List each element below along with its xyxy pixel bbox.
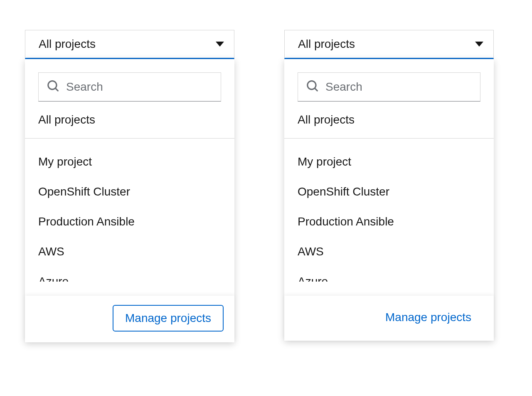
caret-down-icon xyxy=(475,42,483,47)
search-container xyxy=(284,59,494,101)
search-input[interactable] xyxy=(66,80,212,94)
search-container xyxy=(25,59,234,101)
option-all-projects[interactable]: All projects xyxy=(25,101,234,138)
option-item[interactable]: Production Ansible xyxy=(25,207,234,237)
context-toggle[interactable]: All projects xyxy=(284,30,494,59)
option-item-partial[interactable]: Azure xyxy=(284,267,494,282)
search-icon xyxy=(47,80,59,94)
search-icon xyxy=(306,80,318,94)
option-all-projects[interactable]: All projects xyxy=(284,101,494,138)
context-selector-left: All projects All projects My project Ope… xyxy=(25,30,234,342)
option-item[interactable]: AWS xyxy=(25,237,234,267)
option-item[interactable]: Production Ansible xyxy=(284,207,494,237)
context-menu: All projects My project OpenShift Cluste… xyxy=(25,59,234,342)
search-box[interactable] xyxy=(298,72,480,101)
option-item[interactable]: OpenShift Cluster xyxy=(25,177,234,207)
context-toggle-label: All projects xyxy=(298,37,355,51)
search-box[interactable] xyxy=(38,72,221,101)
manage-projects-link[interactable]: Manage projects xyxy=(374,305,483,330)
caret-down-icon xyxy=(216,42,224,47)
context-toggle-label: All projects xyxy=(39,37,96,51)
option-item-partial[interactable]: Azure xyxy=(25,267,234,282)
context-toggle[interactable]: All projects xyxy=(25,30,234,59)
options-list: My project OpenShift Cluster Production … xyxy=(25,139,234,296)
context-selector-right: All projects All projects My project Ope… xyxy=(284,30,494,342)
manage-projects-button[interactable]: Manage projects xyxy=(113,305,224,332)
menu-footer: Manage projects xyxy=(284,296,494,341)
option-item[interactable]: OpenShift Cluster xyxy=(284,177,494,207)
option-item[interactable]: My project xyxy=(284,147,494,177)
option-item[interactable]: My project xyxy=(25,147,234,177)
menu-footer: Manage projects xyxy=(25,296,234,342)
context-menu: All projects My project OpenShift Cluste… xyxy=(284,59,494,341)
search-input[interactable] xyxy=(325,80,472,94)
option-item[interactable]: AWS xyxy=(284,237,494,267)
options-list: My project OpenShift Cluster Production … xyxy=(284,139,494,296)
